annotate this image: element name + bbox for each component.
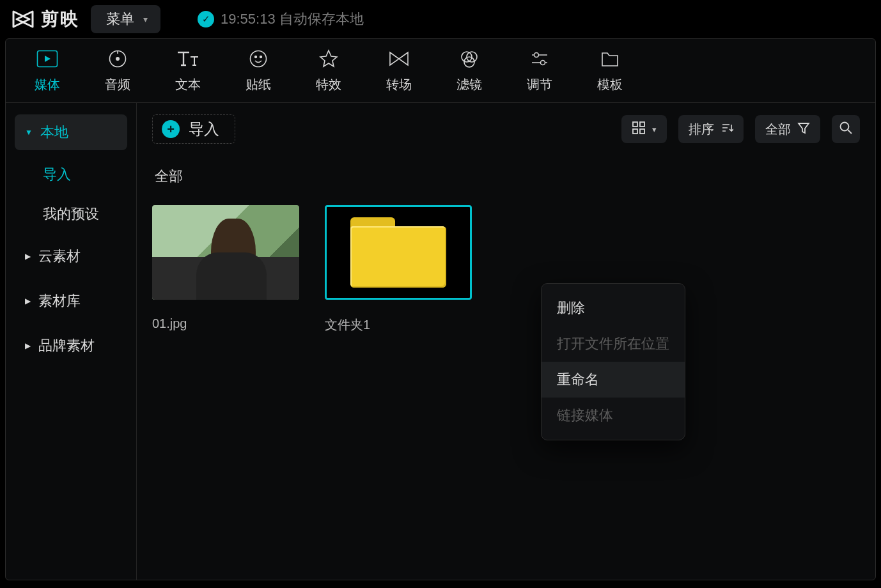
menu-button[interactable]: 菜单 ▾ — [91, 5, 160, 33]
tab-label: 特效 — [316, 76, 341, 93]
svg-point-10 — [541, 61, 545, 65]
grid-icon — [632, 121, 646, 138]
sidebar-item-cloud[interactable]: ▶ 云素材 — [15, 238, 127, 274]
tab-label: 媒体 — [35, 76, 60, 93]
tab-transition[interactable]: 转场 — [364, 48, 434, 93]
context-menu: 删除 打开文件所在位置 重命名 链接媒体 — [541, 283, 685, 440]
tab-template[interactable]: 模板 — [575, 48, 645, 93]
context-menu-item-label: 打开文件所在位置 — [557, 334, 669, 353]
sidebar-item-local[interactable]: ▼ 本地 — [15, 114, 127, 150]
autosave-status: ✓ 19:55:13 自动保存本地 — [198, 10, 364, 29]
sort-icon — [721, 121, 733, 137]
tab-sticker[interactable]: 贴纸 — [223, 48, 293, 93]
category-tabs: 媒体 音频 文本 贴纸 特效 — [6, 39, 875, 103]
svg-point-3 — [251, 51, 267, 67]
template-icon — [600, 48, 620, 70]
view-mode-button[interactable]: ▾ — [621, 115, 667, 143]
search-icon — [839, 121, 853, 138]
media-caption: 文件夹1 — [325, 316, 472, 334]
tab-label: 模板 — [597, 76, 623, 93]
media-item[interactable]: 文件夹1 — [325, 205, 472, 334]
sidebar-item-library[interactable]: ▶ 素材库 — [15, 283, 127, 319]
svg-rect-11 — [633, 122, 637, 127]
tab-label: 贴纸 — [246, 76, 271, 93]
tab-label: 文本 — [175, 76, 201, 93]
context-menu-item-label: 链接媒体 — [557, 406, 613, 425]
svg-rect-13 — [633, 129, 637, 134]
search-button[interactable] — [832, 115, 860, 143]
effect-icon — [318, 48, 339, 70]
tab-filter[interactable]: 滤镜 — [434, 48, 504, 93]
svg-point-5 — [260, 56, 262, 58]
sidebar-item-label: 品牌素材 — [38, 336, 95, 355]
adjust-icon — [529, 48, 550, 70]
funnel-icon — [797, 121, 810, 137]
section-label: 全部 — [155, 167, 860, 186]
media-caption: 01.jpg — [152, 316, 299, 331]
autosave-label: 自动保存本地 — [279, 11, 364, 27]
app-name: 剪映 — [41, 7, 79, 31]
triangle-right-icon: ▶ — [25, 252, 31, 261]
chevron-down-icon: ▾ — [143, 14, 148, 24]
chevron-down-icon: ▾ — [652, 125, 657, 134]
filter-icon — [459, 48, 479, 70]
triangle-down-icon: ▼ — [25, 128, 33, 137]
tab-label: 转场 — [386, 76, 412, 93]
context-menu-item-label: 删除 — [557, 298, 585, 318]
svg-point-2 — [116, 57, 120, 61]
check-icon: ✓ — [198, 11, 214, 27]
app-logo-icon — [12, 8, 35, 31]
app-logo: 剪映 — [12, 7, 79, 31]
sidebar-item-label: 导入 — [43, 165, 71, 184]
text-icon — [176, 48, 199, 70]
context-menu-link-media[interactable]: 链接媒体 — [542, 398, 685, 433]
tab-media[interactable]: 媒体 — [12, 48, 82, 93]
sidebar-item-import[interactable]: 导入 — [15, 159, 127, 190]
triangle-right-icon: ▶ — [25, 297, 31, 306]
audio-icon — [108, 48, 127, 70]
tab-label: 音频 — [105, 76, 130, 93]
svg-point-15 — [841, 122, 849, 130]
sort-button-label: 排序 — [689, 121, 714, 138]
folder-icon — [350, 217, 446, 288]
svg-rect-14 — [640, 129, 644, 134]
sidebar-item-my-presets[interactable]: 我的预设 — [15, 199, 127, 229]
sidebar-item-label: 我的预设 — [43, 205, 99, 224]
sidebar-item-label: 本地 — [40, 123, 68, 142]
svg-point-4 — [255, 56, 257, 58]
sidebar-item-brand[interactable]: ▶ 品牌素材 — [15, 328, 127, 364]
tab-text[interactable]: 文本 — [153, 48, 223, 93]
tab-audio[interactable]: 音频 — [82, 48, 153, 93]
context-menu-delete[interactable]: 删除 — [542, 290, 685, 326]
triangle-right-icon: ▶ — [25, 341, 31, 350]
filter-button[interactable]: 全部 — [755, 115, 820, 143]
tab-effect[interactable]: 特效 — [293, 48, 364, 93]
context-menu-item-label: 重命名 — [557, 370, 599, 389]
context-menu-open-location[interactable]: 打开文件所在位置 — [542, 326, 685, 362]
folder-thumbnail[interactable] — [325, 205, 472, 300]
main-panel: + 导入 ▾ 排序 — [137, 103, 875, 580]
plus-icon: + — [162, 120, 180, 138]
context-menu-rename[interactable]: 重命名 — [542, 362, 685, 398]
media-thumbnail[interactable] — [152, 205, 299, 300]
sidebar-item-label: 云素材 — [38, 247, 81, 266]
sort-button[interactable]: 排序 — [678, 115, 744, 143]
media-icon — [36, 48, 58, 70]
menu-button-label: 菜单 — [106, 10, 134, 29]
svg-point-9 — [534, 53, 539, 58]
import-button-label: 导入 — [189, 119, 219, 139]
tab-label: 调节 — [527, 76, 552, 93]
sidebar: ▼ 本地 导入 我的预设 ▶ 云素材 ▶ 素材库 ▶ 品牌素材 — [6, 103, 137, 580]
autosave-time: 19:55:13 — [221, 11, 276, 27]
tab-adjust[interactable]: 调节 — [504, 48, 575, 93]
filter-button-label: 全部 — [765, 121, 791, 138]
tab-label: 滤镜 — [456, 76, 482, 93]
import-button[interactable]: + 导入 — [152, 114, 235, 144]
svg-rect-12 — [640, 122, 644, 127]
transition-icon — [388, 48, 410, 70]
sidebar-item-label: 素材库 — [38, 291, 81, 311]
media-item[interactable]: 01.jpg — [152, 205, 299, 334]
sticker-icon — [249, 48, 268, 70]
